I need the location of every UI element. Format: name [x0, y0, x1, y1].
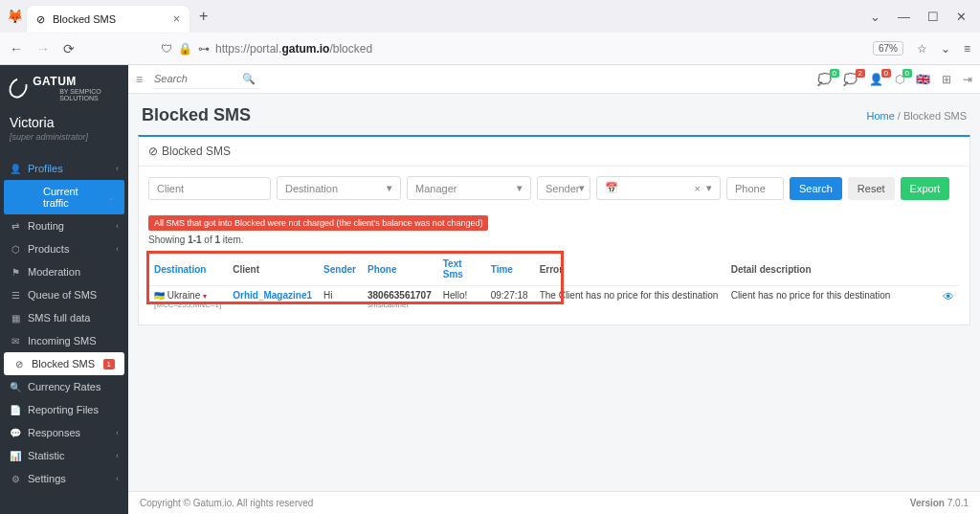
sidebar-item-responses[interactable]: 💬Responses‹ — [0, 421, 128, 444]
sidebar-item-queue-of-sms[interactable]: ☰Queue of SMS — [0, 283, 128, 306]
reload-icon[interactable]: ⟳ — [63, 41, 75, 56]
sidebar-item-statistic[interactable]: 📊Statistic‹ — [0, 444, 128, 467]
col-text[interactable]: Text Sms — [437, 253, 485, 286]
close-tab-icon[interactable]: × — [173, 12, 180, 26]
topbar-search[interactable]: 🔍 — [152, 69, 259, 89]
lock-icon: 🔒 — [178, 42, 192, 56]
sidebar-role: [super administrator] — [0, 132, 128, 151]
chevron-down-icon[interactable]: ⌄ — [870, 10, 880, 24]
search-input[interactable] — [152, 69, 238, 88]
notification-badge[interactable]: 👤0 — [869, 73, 883, 86]
search-icon[interactable]: 🔍 — [238, 73, 259, 85]
notification-badge[interactable]: 💭0 — [817, 73, 832, 86]
sidebar-item-moderation[interactable]: ⚑Moderation — [0, 260, 128, 283]
breadcrumb: Home / Blocked SMS — [866, 110, 967, 122]
sidebar-item-currency-rates[interactable]: 🔍Currency Rates — [0, 375, 128, 398]
chevron-icon: ‹ — [116, 244, 119, 254]
client-link[interactable]: Orhid_Magazine1 — [233, 290, 312, 301]
menu-icon: 📊 — [10, 451, 21, 461]
menu-icon: ▦ — [10, 313, 21, 324]
menu-icon: 👤 — [10, 164, 21, 174]
chevron-icon: ‹ — [116, 221, 119, 231]
menu-icon: ⬡ — [10, 244, 21, 255]
url-field[interactable]: 🛡 🔒 ⊶ https://portal.gatum.io/blocked — [161, 42, 372, 56]
notification-badge[interactable]: 💭2 — [843, 73, 858, 86]
zoom-badge[interactable]: 67% — [873, 41, 903, 56]
sidebar-item-routing[interactable]: ⇄Routing‹ — [0, 214, 128, 237]
col-client[interactable]: Client — [227, 253, 318, 286]
filter-manager[interactable]: Manager▾ — [407, 176, 531, 200]
topbar: ≡ 🔍 💭0💭2👤0⬡0 🇬🇧 ⊞ ⇥ — [128, 65, 980, 94]
logout-icon[interactable]: ⇥ — [963, 73, 972, 86]
menu-icon: ✉ — [10, 336, 21, 346]
col-phone[interactable]: Phone — [362, 253, 437, 286]
calendar-icon: 📅 — [605, 182, 618, 194]
maximize-icon[interactable]: ☐ — [927, 10, 939, 24]
menu-icon: ⚙ — [10, 474, 21, 484]
reset-button[interactable]: Reset — [848, 177, 895, 200]
sidebar-item-settings[interactable]: ⚙Settings‹ — [0, 467, 128, 490]
page-title: Blocked SMS — [142, 105, 251, 125]
panel-header: ⊘ Blocked SMS — [139, 137, 969, 167]
table-row: 🇺🇦 Ukraine ▾[MCC=255,MNC=1] Orhid_Magazi… — [148, 286, 960, 314]
sidebar-item-profiles[interactable]: 👤Profiles‹ — [0, 157, 128, 180]
filter-sender[interactable]: Sender▾ — [537, 176, 590, 200]
sidebar: GATUM BY SEMPICO SOLUTIONS Victoria [sup… — [0, 65, 128, 514]
tab-title: Blocked SMS — [53, 13, 116, 25]
pocket-icon[interactable]: ⌄ — [941, 42, 950, 56]
back-icon[interactable]: ← — [10, 41, 23, 56]
menu-icon: ⇄ — [10, 221, 21, 232]
flag-icon[interactable]: 🇬🇧 — [916, 73, 930, 86]
filter-destination[interactable]: Destination▾ — [277, 176, 401, 200]
menu-icon: ⚑ — [10, 267, 21, 278]
breadcrumb-home[interactable]: Home — [866, 110, 894, 122]
menu-icon: 📄 — [10, 405, 21, 415]
view-icon[interactable]: 👁 — [943, 290, 954, 303]
new-tab-button[interactable]: + — [193, 8, 213, 25]
filter-date[interactable]: 📅×▾ — [596, 176, 721, 200]
chevron-icon: ‹ — [116, 474, 119, 483]
browser-tab[interactable]: ⊘ Blocked SMS × — [27, 6, 189, 33]
sidebar-item-products[interactable]: ⬡Products‹ — [0, 237, 128, 260]
permissions-icon: ⊶ — [198, 42, 210, 56]
chevron-icon: ‹ — [116, 428, 119, 437]
sidebar-item-current-traffic[interactable]: Current traffic⌄ — [4, 180, 124, 214]
col-time[interactable]: Time — [485, 253, 534, 286]
brand-logo: GATUM BY SEMPICO SOLUTIONS — [0, 65, 128, 107]
close-window-icon[interactable]: ✕ — [956, 10, 967, 24]
main-content: ≡ 🔍 💭0💭2👤0⬡0 🇬🇧 ⊞ ⇥ Blocked SMS Home / B… — [128, 65, 980, 514]
notification-badge[interactable]: ⬡0 — [895, 73, 904, 86]
menu-icon: ⊘ — [13, 359, 25, 369]
sidebar-item-blocked-sms[interactable]: ⊘Blocked SMS1 — [4, 352, 124, 375]
chevron-icon: ‹ — [116, 451, 119, 460]
browser-address-bar: ← → ⟳ 🛡 🔒 ⊶ https://portal.gatum.io/bloc… — [0, 33, 980, 65]
filter-phone[interactable]: Phone — [726, 177, 784, 200]
menu-badge: 1 — [103, 359, 115, 369]
bookmark-icon[interactable]: ☆ — [917, 42, 927, 56]
col-destination[interactable]: Destination — [148, 253, 227, 286]
hamburger-icon[interactable]: ≡ — [964, 42, 970, 56]
filter-client[interactable]: Client — [148, 177, 271, 200]
menu-toggle-icon[interactable]: ≡ — [136, 73, 143, 86]
col-error[interactable]: Error — [534, 253, 725, 286]
export-button[interactable]: Export — [901, 177, 950, 200]
forward-icon: → — [36, 41, 50, 56]
sidebar-item-incoming-sms[interactable]: ✉Incoming SMS — [0, 329, 128, 352]
search-button[interactable]: Search — [790, 177, 842, 200]
footer: Copyright © Gatum.io. All rights reserve… — [128, 491, 980, 514]
menu-icon: 🔍 — [10, 382, 21, 392]
sidebar-item-sms-full-data[interactable]: ▦SMS full data — [0, 306, 128, 329]
sidebar-item-reporting-files[interactable]: 📄Reporting Files — [0, 398, 128, 421]
col-sender[interactable]: Sender — [318, 253, 362, 286]
logo-mark-icon — [6, 75, 32, 101]
firefox-icon: 🦊 — [6, 8, 23, 25]
chevron-icon: ⌄ — [107, 192, 115, 202]
grid-icon[interactable]: ⊞ — [942, 73, 951, 86]
chevron-icon: ‹ — [116, 164, 119, 173]
minimize-icon[interactable]: — — [898, 10, 910, 24]
col-detail[interactable]: Detail description — [725, 253, 937, 286]
clear-date-icon[interactable]: × — [695, 183, 701, 194]
panel-blocked-sms: ⊘ Blocked SMS Client Destination▾ Manage… — [138, 135, 970, 325]
sidebar-username: Victoria — [0, 107, 128, 132]
warning-banner: All SMS that got into Blocked were not c… — [148, 215, 488, 231]
